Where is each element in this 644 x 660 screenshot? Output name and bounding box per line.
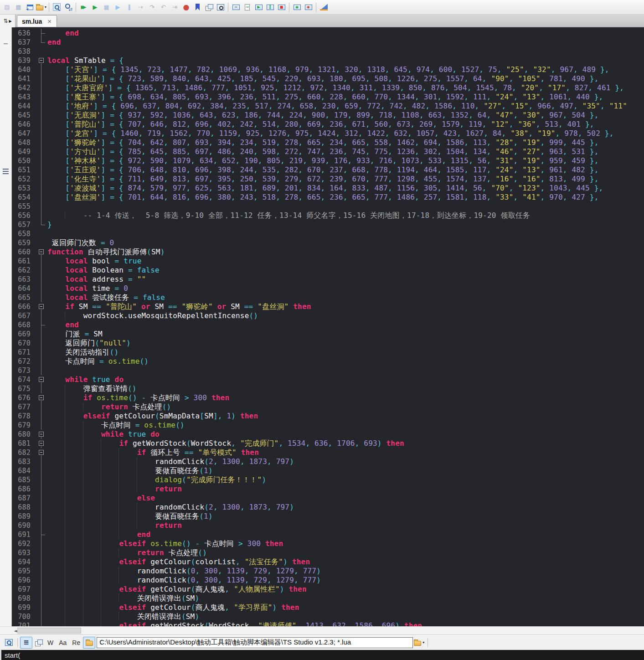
stop-button[interactable]: ■ [101,2,112,13]
remote-run-button[interactable]: ▶ [253,2,264,13]
code-text[interactable]: ['化生寺'] = { 711, 649, 813, 697, 395, 250… [47,175,644,184]
code-text[interactable]: 关闭错误弹出(SM) [47,594,644,603]
code-text[interactable]: wordStock.useMosquitoRepellentIncense() [47,311,644,320]
remote-stop-button[interactable]: ■ [276,2,287,13]
code-text[interactable]: ['大唐官府'] = { 1365, 713, 1486, 777, 1051,… [47,83,644,93]
code-text[interactable]: if SM == "普陀山" or SM == "狮驼岭" or SM == "… [47,302,644,311]
code-text[interactable]: elseif getWordStock(WordStock, "邀请师傅", 1… [47,621,644,626]
scrollbar-thumb[interactable] [17,628,81,634]
browse-folder-button[interactable]: ▾ [413,637,425,649]
push-script-button[interactable]: → [242,2,253,13]
page-search-button[interactable] [215,2,226,13]
code-text[interactable] [47,202,644,211]
code-text[interactable]: while true do [47,375,644,384]
code-text[interactable]: 卡点时间 = os.time() [47,357,644,366]
code-text[interactable]: ['花果山'] = { 723, 589, 840, 643, 425, 185… [47,74,644,83]
code-text[interactable]: local bool = true [47,257,644,266]
code-text[interactable]: local address = "" [47,275,644,284]
code-text[interactable] [47,47,644,56]
tab-list-corner[interactable]: ⇅ ▶ [0,15,15,27]
find-replace-button[interactable] [62,2,74,13]
tab-sm-lua[interactable]: sm.lua × [17,15,57,27]
record-button[interactable]: ● [180,2,192,13]
remote-pause-button[interactable]: ‖ [264,2,276,13]
code-text[interactable]: ['地府'] = { 696, 637, 804, 692, 384, 235,… [47,102,644,111]
remote-connect-button[interactable]: ∞ [230,2,242,13]
code-text[interactable]: 关闭错误弹出(SM) [47,612,644,621]
code-text[interactable]: end [47,38,644,47]
step-over-button[interactable]: ↷ [146,2,158,13]
code-text[interactable]: 返回师门("null") [47,339,644,348]
fold-toggle[interactable] [36,375,47,384]
code-text[interactable]: ['龙宫'] = { 1460, 719, 1562, 770, 1159, 9… [47,129,644,138]
code-text[interactable]: dialog("完成师门任务！！！") [47,475,644,485]
run-next-button[interactable]: ▶ [112,2,124,13]
code-text[interactable]: return [47,521,644,530]
code-text[interactable]: return 卡点处理() [47,402,644,412]
code-text[interactable]: end [47,320,644,330]
code-text[interactable]: while true do [47,430,644,439]
swap-pages-button[interactable] [203,2,215,13]
fold-toggle[interactable] [36,56,47,65]
code-text[interactable]: local time = 0 [47,284,644,293]
save-all-button[interactable]: ▦ [13,2,24,13]
fold-toggle[interactable] [36,430,47,439]
screen-ruler-button[interactable] [318,2,330,13]
code-text[interactable]: if getWordStock(WordStock, "完成师门", 1534,… [47,439,644,448]
code-text[interactable]: function 自动寻找门派师傅(SM) [47,248,644,257]
code-text[interactable]: end [47,29,644,38]
device-off-button[interactable]: ◉ [303,2,314,13]
code-text[interactable]: ['盘丝洞'] = { 701, 644, 816, 696, 380, 243… [47,193,644,202]
step-out-button[interactable]: ↶ [158,2,169,13]
code-text[interactable]: -- 1-4 传送， 5-8 筛选，9-10 全部，11-12 任务，13-14… [47,211,644,220]
code-text[interactable]: local SmTable = { [47,56,644,65]
code-text[interactable]: ['五庄观'] = { 706, 648, 810, 696, 398, 244… [47,165,644,175]
code-text[interactable]: elseif getColour(商人鬼魂, "人物属性栏") then [47,585,644,594]
code-text[interactable]: end [47,530,644,539]
cascade-windows-button[interactable] [32,637,45,649]
fold-toggle[interactable] [36,302,47,311]
match-case-button[interactable]: Aa [56,639,69,646]
code-text[interactable] [47,229,644,238]
code-text[interactable]: if 循环上号 == "单号模式" then [47,448,644,457]
step-into-button[interactable]: ⇢ [135,2,146,13]
code-text[interactable]: 返回师门次数 = 0 [47,238,644,248]
code-text[interactable]: randomClick(2, 1300, 1873, 797) [47,457,644,466]
code-text[interactable]: return [47,485,644,494]
run-to-cursor-button[interactable]: ⇥ [169,2,180,13]
code-text[interactable]: if os.time() - 卡点时间 > 300 then [47,393,644,402]
code-text[interactable]: ['狮驼岭'] = { 704, 642, 807, 693, 394, 234… [47,138,644,147]
search-path-input[interactable] [97,637,413,648]
code-text[interactable]: elseif getColour(colorList, "法宝任务") then [47,557,644,567]
code-text[interactable]: } [47,220,644,229]
code-text[interactable] [47,366,644,375]
code-text[interactable]: ['神木林'] = { 972, 590, 1079, 634, 652, 19… [47,156,644,165]
fold-toggle[interactable] [36,448,47,457]
device-on-button[interactable]: ◉ [291,2,303,13]
tab-close-icon[interactable]: × [47,18,52,25]
whole-word-button[interactable]: W [45,639,56,646]
code-text[interactable]: randomClick(0, 300, 1139, 729, 1279, 777… [47,567,644,576]
code-text[interactable]: ['魔王寨'] = { 698, 634, 805, 693, 396, 236… [47,93,644,102]
code-editor[interactable]: 636 end637end638639local SmTable = {640 … [12,27,644,626]
horizontal-scrollbar[interactable]: ◄ [0,626,644,634]
code-text[interactable]: return 卡点处理() [47,548,644,557]
code-text[interactable]: 关闭活动指引() [47,348,644,357]
code-text[interactable]: 弹窗查看详情() [47,384,644,393]
code-text[interactable]: 卡点时间 = os.time() [47,421,644,430]
pause-button[interactable]: ‖ [124,2,135,13]
show-results-list-button[interactable]: ≡ [20,637,32,649]
status-search-button[interactable] [3,637,15,649]
code-text[interactable]: 门派 = SM [47,330,644,339]
code-text[interactable]: ['凌波城'] = { 874, 579, 977, 625, 563, 181… [47,184,644,193]
regex-button[interactable]: Re [69,639,83,646]
code-text[interactable]: ['无底洞'] = { 937, 592, 1036, 643, 623, 18… [47,111,644,120]
code-text[interactable]: 要做百晓任务(1) [47,512,644,521]
code-text[interactable]: local 尝试接任务 = false [47,293,644,302]
code-text[interactable]: randomClick(0, 300, 1139, 729, 1279, 777… [47,576,644,585]
code-text[interactable]: elseif getColour(商人鬼魂, "学习界面") then [47,603,644,612]
fold-toggle[interactable] [36,393,47,402]
code-text[interactable]: ['天宫'] = { 1345, 723, 1477, 782, 1069, 9… [47,65,644,74]
import-script-button[interactable] [24,2,36,13]
fold-toggle[interactable] [36,439,47,448]
